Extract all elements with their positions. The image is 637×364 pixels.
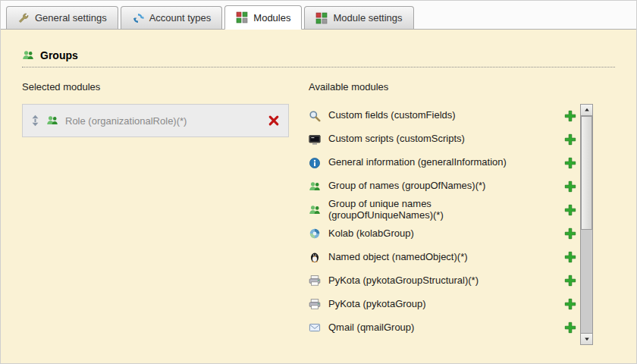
available-module-label: Custom fields (customFields) — [328, 110, 456, 121]
scroll-down-button[interactable] — [581, 333, 592, 344]
info-icon — [309, 157, 321, 169]
tab-label: General settings — [35, 12, 107, 24]
tab-account-types[interactable]: Account types — [121, 6, 223, 29]
printer-icon — [309, 298, 321, 310]
available-module-label: General information (generalInformation) — [328, 157, 507, 168]
magnifier-icon — [309, 110, 321, 122]
scrollbar-thumb[interactable] — [581, 116, 592, 230]
available-module-row: Group of unique names (groupOfUniqueName… — [309, 198, 580, 222]
selected-modules-heading: Selected modules — [22, 81, 289, 93]
add-module-button[interactable] — [564, 298, 576, 310]
drag-handle-icon[interactable] — [31, 115, 39, 127]
modules-icon — [236, 11, 248, 24]
available-module-row: Qmail (qmailGroup) — [309, 316, 580, 340]
add-module-button[interactable] — [564, 275, 576, 287]
selected-module-label: Role (organizationalRole)(*) — [65, 115, 261, 127]
available-module-row: PyKota (pykotaGroup) — [309, 293, 580, 316]
available-module-label: PyKota (pykotaGroupStructural)(*) — [328, 275, 479, 287]
available-module-label: Custom scripts (customScripts) — [328, 133, 465, 145]
available-module-label: PyKota (pykotaGroup) — [328, 299, 426, 310]
add-module-button[interactable] — [564, 157, 576, 169]
available-module-row: Kolab (kolabGroup) — [309, 222, 580, 246]
terminal-icon — [309, 133, 321, 146]
group-icon — [309, 204, 321, 216]
tab-modules[interactable]: Modules — [224, 5, 302, 30]
available-modules-column: Available modules Custom fields (customF… — [309, 81, 593, 345]
selected-module-row[interactable]: Role (organizationalRole)(*) — [22, 104, 289, 137]
tab-general-settings[interactable]: General settings — [6, 6, 118, 29]
modules-icon — [315, 12, 328, 24]
add-module-button[interactable] — [564, 322, 576, 334]
tab-label: Module settings — [333, 12, 402, 24]
available-module-row: Group of names (groupOfNames)(*) — [309, 174, 580, 198]
available-modules-list: Custom fields (customFields) Custom scri… — [309, 104, 580, 345]
tab-bar: General settings Account types Modules M… — [1, 1, 636, 30]
tab-label: Account types — [149, 12, 212, 24]
add-module-button[interactable] — [564, 110, 576, 122]
available-module-row: Custom fields (customFields) — [309, 104, 580, 127]
available-module-label: Named object (namedObject)(*) — [328, 252, 468, 263]
available-module-row: PyKota (pykotaGroupStructural)(*) — [309, 269, 580, 293]
available-module-row: Named object (namedObject)(*) — [309, 246, 580, 269]
available-module-row: General information (generalInformation) — [309, 151, 580, 174]
available-module-label: Kolab (kolabGroup) — [328, 228, 414, 240]
kolab-icon — [309, 228, 321, 240]
group-icon — [46, 115, 58, 127]
add-module-button[interactable] — [564, 133, 576, 146]
available-module-label: Group of names (groupOfNames)(*) — [328, 180, 485, 192]
mail-icon — [309, 322, 321, 334]
available-modules-heading: Available modules — [309, 81, 593, 93]
scroll-up-button[interactable] — [581, 105, 592, 116]
lam-configuration-page: General settings Account types Modules M… — [0, 0, 637, 364]
scrollbar-track[interactable] — [581, 116, 592, 333]
tab-label: Modules — [253, 12, 290, 24]
add-module-button[interactable] — [564, 251, 576, 263]
add-module-button[interactable] — [564, 204, 576, 216]
selected-modules-column: Selected modules Role (organizationalRol… — [22, 81, 289, 345]
available-module-label: Group of unique names (groupOfUniqueName… — [328, 199, 532, 221]
group-icon — [22, 49, 34, 61]
add-module-button[interactable] — [564, 228, 576, 240]
module-columns: Selected modules Role (organizationalRol… — [22, 81, 615, 345]
available-module-label: Qmail (qmailGroup) — [328, 322, 414, 334]
groups-section-header: Groups — [22, 49, 615, 67]
modules-tab-content: Groups Selected modules Role (organizati… — [1, 30, 636, 345]
sync-icon — [132, 12, 144, 24]
printer-icon — [309, 275, 321, 287]
add-module-button[interactable] — [564, 180, 576, 193]
available-modules-list-wrap: Custom fields (customFields) Custom scri… — [309, 104, 593, 345]
group-icon — [309, 180, 321, 193]
remove-module-button[interactable] — [268, 115, 280, 127]
vertical-scrollbar[interactable] — [580, 104, 593, 345]
tab-module-settings[interactable]: Module settings — [304, 6, 413, 29]
penguin-icon — [309, 251, 321, 263]
wrench-icon — [17, 12, 30, 24]
section-title: Groups — [40, 49, 78, 61]
available-module-row: Custom scripts (customScripts) — [309, 127, 580, 151]
